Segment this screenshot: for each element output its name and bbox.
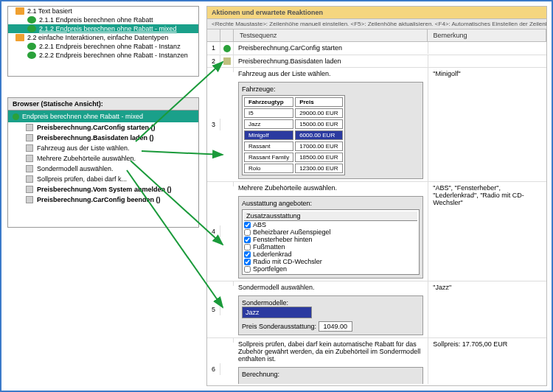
row-text: Mehrere Zubehörteile auswählen. [238, 184, 423, 192]
item-label: Preisberechnung.CarConfig starten () [37, 124, 156, 131]
browser-item[interactable]: Sollpreis prüfen, dabei darf k... [8, 174, 198, 184]
table-row[interactable]: 3 Fahrzeug aus der Liste wählen. Fahrzeu… [207, 68, 546, 182]
cell: 17000.00 EUR [295, 141, 342, 151]
row-bem: "Jazz" [428, 281, 546, 293]
fahrzeuge-panel: Fahrzeuge: FahrzeugtypPreis I529000.00 E… [238, 82, 423, 179]
actions-table-head: Testsequenz Bemerkung [207, 29, 546, 42]
berechnung-panel: Berechnung: Preis: 17705.00 [238, 367, 423, 384]
cell[interactable]: I5 [244, 108, 293, 118]
tree-node-selected[interactable]: 2.1.2 Endpreis berechnen ohne Rabatt - m… [8, 24, 198, 33]
browser-item[interactable]: Sondermodell auswählen. [8, 164, 198, 174]
checkbox[interactable] [244, 251, 251, 258]
cb-lederlenkrad[interactable]: Lederlenkrad [244, 251, 417, 258]
table-row[interactable]: 4 Mehrere Zubehörteile auswählen. Aussta… [207, 182, 546, 281]
wand-icon [26, 134, 33, 141]
cb-abs[interactable]: ABS [244, 221, 417, 228]
test-icon [27, 16, 36, 24]
actions-table-body[interactable]: 1 Preisberechnung.CarConfig starten 2 Pr… [207, 42, 546, 384]
fahrzeuge-table[interactable]: FahrzeugtypPreis I529000.00 EUR Jazz1500… [242, 95, 345, 175]
top-tree-panel: 2.1 Text basiert 2.1.1 Endpreis berechne… [7, 6, 199, 77]
cell[interactable]: Rassant Family [244, 153, 293, 162]
table-row[interactable]: 5 Sondermodell auswählen. Sondermodelle:… [207, 281, 546, 338]
tree-node-root[interactable]: 2.1 Text basiert [8, 7, 198, 15]
table-row[interactable]: 1 Preisberechnung.CarConfig starten [207, 42, 546, 55]
browser-header[interactable]: Endpreis berechnen ohne Rabatt - mixed [8, 111, 198, 122]
actions-title: Aktionen und erwartete Reaktionen [207, 7, 546, 19]
row-content: Mehrere Zubehörteile auswählen. Ausstatt… [234, 182, 428, 281]
checkbox[interactable] [244, 266, 251, 273]
row-text: Preisberechnung.CarConfig starten [234, 42, 428, 54]
sondermodell-select[interactable]: Jazz [242, 307, 312, 318]
panel-label: Berechnung: [242, 371, 420, 378]
tree-label: 2.2.1 Endpreis berechnen ohne Rabatt - I… [39, 43, 181, 50]
item-label: Sondermodell auswählen. [37, 165, 114, 172]
row-icon [220, 338, 234, 343]
step-icon [26, 175, 33, 183]
item-label: Fahrzeug aus der Liste wählen. [37, 144, 130, 152]
panel-label: Fahrzeuge: [242, 85, 420, 93]
checkbox[interactable] [244, 222, 251, 228]
browser-item[interactable]: Preisberechnung.CarConfig starten () [8, 122, 198, 133]
row-content: Fahrzeug aus der Liste wählen. Fahrzeuge… [234, 68, 428, 181]
tree-label: 2.1 Text basiert [27, 7, 72, 15]
col-icon [220, 29, 234, 41]
price-input[interactable]: 1049.00 [319, 321, 353, 332]
folder-icon [15, 34, 24, 41]
row-bem [428, 55, 546, 60]
row-content: Sondermodell auswählen. Sondermodelle: J… [234, 281, 428, 337]
item-label: Sollpreis prüfen, dabei darf k... [37, 175, 127, 183]
cb-fussmatten[interactable]: Fußmatten [244, 243, 417, 251]
checkbox[interactable] [244, 229, 251, 236]
browser-item[interactable]: Preisberechnung.CarConfig beenden () [8, 195, 198, 205]
cb-radio[interactable]: Radio mit CD-Wechsler [244, 258, 417, 265]
browser-item[interactable]: Preisberechnung.Vom System abmelden () [8, 184, 198, 195]
test-icon [27, 25, 36, 32]
row-bem [428, 42, 546, 46]
tree-node[interactable]: 2.2.1 Endpreis berechnen ohne Rabatt - I… [8, 42, 198, 51]
browser-header-label: Endpreis berechnen ohne Rabatt - mixed [22, 113, 143, 120]
browser-item[interactable]: Fahrzeug aus der Liste wählen. [8, 143, 198, 153]
cell[interactable]: Rolo [244, 164, 293, 173]
table-row[interactable]: 2 Preisberechnung.Basisdaten laden [207, 55, 546, 69]
checkbox[interactable] [244, 237, 251, 243]
tree-label: 2.2 einfache Interaktionen, einfache Dat… [27, 34, 168, 41]
browser-panel: Browser (Statische Ansicht): Endpreis be… [7, 97, 199, 228]
step-icon [26, 165, 33, 172]
col-num [207, 29, 220, 41]
browser-item[interactable]: Mehrere Zubehörteile auswählen. [8, 153, 198, 164]
cb-sportfelgen[interactable]: Sportfelgen [244, 265, 417, 273]
checkbox[interactable] [244, 244, 251, 251]
step-icon [26, 144, 33, 152]
wand-icon [26, 124, 33, 131]
browser-item[interactable]: Preisberechnung.Basisdaten laden () [8, 133, 198, 143]
tree-node[interactable]: 2.1.1 Endpreis berechnen ohne Rabatt [8, 15, 198, 24]
row-bem: Sollpreis: 17.705,00 EUR [428, 338, 546, 350]
tree-node[interactable]: 2.2.2 Endpreis berechnen ohne Rabatt - I… [8, 51, 198, 60]
tree-label: 2.2.2 Endpreis berechnen ohne Rabatt - I… [39, 52, 188, 59]
col-testsequenz[interactable]: Testsequenz [234, 29, 428, 41]
step-icon [26, 155, 33, 162]
checkbox[interactable] [244, 259, 251, 265]
panel-label: Ausstattung angeboten: [242, 200, 420, 207]
cell-selected[interactable]: Minigolf [244, 130, 293, 140]
row-num: 6 [207, 363, 220, 375]
panel-label: Sondermodelle: [242, 299, 420, 307]
table-row[interactable]: 6 Sollpreis prüfen, dabei darf kein auto… [207, 338, 546, 384]
cb-fensterheber[interactable]: Fensterheber hinten [244, 236, 417, 243]
row-icon [220, 55, 234, 68]
row-bem: "ABS", "Fensterheber", "Lederlenkrad", "… [428, 182, 546, 209]
test-icon [27, 43, 36, 50]
row-icon [220, 68, 234, 72]
tree-node-section[interactable]: 2.2 einfache Interaktionen, einfache Dat… [8, 33, 198, 42]
cell: 12300.00 EUR [295, 164, 342, 173]
cell[interactable]: Rassant [244, 141, 293, 151]
row-num: 4 [207, 225, 220, 237]
sondermodelle-panel: Sondermodelle: Jazz Preis Sonderausstatt… [238, 295, 423, 335]
col-bemerkung[interactable]: Bemerkung [428, 29, 546, 41]
price-row: Preis Sonderausstattung: 1049.00 [242, 321, 420, 332]
cell[interactable]: Jazz [244, 119, 293, 129]
row-num: 2 [207, 55, 220, 67]
browser-tree: Endpreis berechnen ohne Rabatt - mixed P… [7, 110, 199, 228]
browser-title: Browser (Statische Ansicht): [7, 97, 199, 110]
cb-aussenspiegel[interactable]: Beheizbarer Außenspiegel [244, 228, 417, 236]
